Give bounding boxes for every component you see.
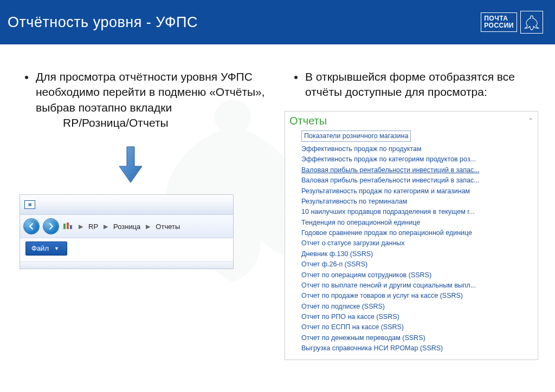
report-item[interactable]: Выгрузка справочника НСИ RPOMap (SSRS): [301, 343, 533, 354]
report-item[interactable]: Эффективность продаж по категориям проду…: [301, 154, 533, 165]
report-item[interactable]: Валовая прибыль рентабельности инвестици…: [301, 175, 533, 186]
report-item[interactable]: Отчет по ЕСПП на кассе (SSRS): [301, 322, 533, 332]
report-list: Показатели розничного магазина Эффективн…: [289, 130, 533, 354]
left-column: Для просмотра отчётности уровня УФПС нео…: [15, 69, 270, 360]
left-bullet-text: Для просмотра отчётности уровня УФПС нео…: [36, 69, 270, 130]
collapse-caret-icon[interactable]: ⌃: [528, 117, 533, 125]
report-item[interactable]: Отчет по операциям сотрудников (SSRS): [301, 270, 533, 280]
logo-text: ПОЧТА РОССИИ: [481, 12, 517, 31]
arrow-down-icon: [118, 146, 143, 184]
logo-line-2: РОССИИ: [484, 22, 514, 29]
report-item[interactable]: Валовая прибыль рентабельности инвестици…: [301, 165, 533, 175]
report-item[interactable]: Годовое сравнение продаж по операционной…: [301, 228, 533, 238]
window-titlebar: ▦: [20, 195, 233, 214]
report-item[interactable]: 10 наилучших продавцов подразделения в т…: [301, 207, 533, 217]
slide-header: Отчётность уровня - УФПС ПОЧТА РОССИИ: [0, 0, 555, 44]
bullet-dot-icon: [294, 76, 298, 79]
left-bullet-para: Для просмотра отчётности уровня УФПС нео…: [36, 70, 265, 114]
report-item[interactable]: Отчет о статусе загрузки данных: [301, 238, 533, 249]
report-item[interactable]: Эффективность продаж по продуктам: [301, 144, 533, 154]
slide-title: Отчётность уровня - УФПС: [8, 14, 198, 31]
breadcrumb-home-icon[interactable]: [62, 222, 73, 231]
reports-header: Отчеты ⌃: [289, 115, 533, 127]
right-bullet: В открывшейся форме отобразятся все отчё…: [285, 69, 540, 100]
report-item[interactable]: Отчет по выплате пенсий и другим социаль…: [301, 280, 533, 291]
right-bullet-text: В открывшейся форме отобразятся все отчё…: [305, 69, 540, 100]
svg-rect-2: [70, 225, 72, 229]
right-column: В открывшейся форме отобразятся все отчё…: [285, 69, 540, 360]
file-menu-label: Файл: [31, 244, 49, 252]
nav-back-button[interactable]: [23, 218, 40, 234]
report-item[interactable]: Тенденция по операционной единице: [301, 218, 533, 228]
bullet-dot-icon: [25, 76, 28, 79]
report-item[interactable]: Отчет по подписке (SSRS): [301, 302, 533, 312]
browser-screenshot: ▦ ▶ RP ▶ Розница ▶ Отчеты: [20, 194, 234, 269]
file-menu-button[interactable]: Файл ▼: [25, 241, 67, 256]
nav-forward-button[interactable]: [43, 218, 59, 234]
crumb-rp[interactable]: RP: [88, 223, 98, 231]
report-item[interactable]: Отчет по РПО на кассе (SSRS): [301, 312, 533, 322]
svg-rect-0: [63, 224, 66, 229]
breadcrumb-bar: ▶ RP ▶ Розница ▶ Отчеты: [20, 214, 233, 238]
ribbon-bar: Файл ▼: [20, 238, 233, 261]
report-item[interactable]: Отчет по продаже товаров и услуг на касс…: [301, 291, 533, 301]
caret-down-icon: ▼: [54, 246, 59, 251]
chevron-right-icon: ▶: [144, 223, 152, 230]
left-bullet: Для просмотра отчётности уровня УФПС нео…: [15, 69, 270, 130]
reports-title: Отчеты: [289, 115, 327, 127]
reports-panel: Отчеты ⌃ Показатели розничного магазина …: [285, 111, 538, 360]
svg-rect-1: [67, 223, 69, 229]
status-strip: [20, 261, 233, 269]
report-item[interactable]: Отчет по денежным переводам (SSRS): [301, 333, 533, 343]
crumb-otchety[interactable]: Отчеты: [156, 223, 180, 231]
chevron-right-icon: ▶: [76, 223, 85, 230]
report-item[interactable]: Результативность продаж по категориям и …: [301, 186, 533, 197]
left-bullet-path: RP/Розница/Отчеты: [36, 116, 169, 129]
content: Для просмотра отчётности уровня УФПС нео…: [0, 44, 555, 360]
logo-emblem: [520, 11, 543, 34]
report-item[interactable]: Дневник ф.130 (SSRS): [301, 249, 533, 259]
crumb-roznica[interactable]: Розница: [113, 223, 140, 231]
app-icon: ▦: [24, 200, 35, 209]
report-item[interactable]: Отчет ф.26-п (SSRS): [301, 259, 533, 270]
report-item[interactable]: Результативность по терминалам: [301, 197, 533, 207]
logo: ПОЧТА РОССИИ: [481, 11, 543, 34]
report-item[interactable]: Показатели розничного магазина: [301, 130, 411, 142]
chevron-right-icon: ▶: [101, 223, 110, 230]
